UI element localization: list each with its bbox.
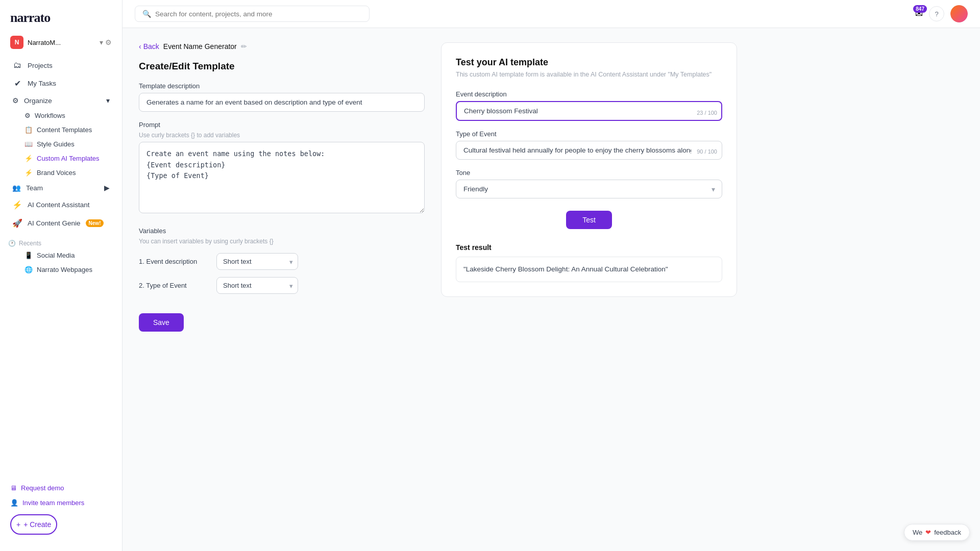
sidebar-sub-label: Brand Voices: [37, 169, 76, 177]
variables-section: Variables You can insert variables by us…: [139, 227, 425, 294]
save-button[interactable]: Save: [139, 313, 184, 332]
variable-2-select[interactable]: Short text Long text Number: [216, 277, 298, 294]
chevron-down-icon: ▾: [106, 96, 110, 105]
variable-row-2: 2. Type of Event Short text Long text Nu…: [139, 277, 425, 294]
request-demo-link[interactable]: 🖥 Request demo: [4, 481, 118, 495]
workspace-controls: ▾ ⚙: [100, 38, 112, 46]
notification-area[interactable]: ✉ 847: [915, 8, 923, 19]
template-description-group: Template description: [139, 82, 425, 112]
sidebar-sub-label: Workflows: [35, 112, 65, 119]
tone-select-wrap: Friendly Professional Casual Formal Humo…: [456, 180, 722, 198]
type-of-event-group: Type of Event 90 / 100: [456, 130, 722, 160]
invite-team-members-link[interactable]: 👤 Invite team members: [4, 495, 118, 510]
lightning-icon: ⚡: [24, 169, 33, 177]
breadcrumb: ‹ Back Event Name Generator ✏: [139, 42, 425, 51]
sidebar-item-projects[interactable]: 🗂 Projects: [4, 57, 118, 74]
sidebar-sub-label: Custom AI Templates: [37, 155, 100, 162]
tone-select[interactable]: Friendly Professional Casual Formal Humo…: [456, 180, 722, 198]
workspace-name: NarratoM...: [28, 39, 95, 46]
right-panel-subtitle: This custom AI template form is availabl…: [456, 71, 722, 78]
event-description-group: Event description 23 / 100: [456, 90, 722, 121]
sidebar-sub-label: Style Guides: [37, 140, 75, 148]
test-button[interactable]: Test: [566, 211, 612, 229]
settings-icon[interactable]: ⚙: [105, 38, 112, 46]
sidebar-item-my-tasks[interactable]: ✔ My Tasks: [4, 74, 118, 92]
add-user-icon: 👤: [10, 499, 18, 507]
type-of-event-input-wrap: 90 / 100: [456, 141, 722, 160]
section-title: Create/Edit Template: [139, 61, 425, 72]
rocket-icon: 🚀: [12, 218, 22, 228]
event-description-label: Event description: [456, 90, 722, 98]
sidebar-bottom: 🖥 Request demo 👤 Invite team members + +…: [0, 477, 122, 543]
main-nav: 🗂 Projects ✔ My Tasks ⚙ Organize ▾ ⚙ Wor…: [0, 56, 122, 233]
sidebar-item-content-templates[interactable]: 📋 Content Templates: [4, 123, 118, 137]
clock-icon: 🕐: [8, 240, 16, 247]
sidebar-sub-label: Social Media: [37, 252, 75, 259]
prompt-label: Prompt: [139, 121, 425, 129]
organize-icon: ⚙: [12, 96, 19, 105]
tasks-icon: ✔: [12, 79, 22, 88]
page-content: ‹ Back Event Name Generator ✏ Create/Edi…: [122, 28, 980, 551]
type-of-event-counter: 90 / 100: [697, 148, 717, 155]
team-label: Team: [26, 184, 43, 192]
topbar: 🔍 ✉ 847 ?: [122, 0, 980, 28]
team-icon: 👥: [12, 184, 21, 192]
variable-2-select-wrapper: Short text Long text Number: [216, 277, 298, 294]
test-result-box: "Lakeside Cherry Blossom Delight: An Ann…: [456, 257, 722, 282]
event-description-counter: 23 / 100: [697, 110, 717, 116]
back-button[interactable]: ‹ Back: [139, 42, 159, 51]
new-badge: New!: [86, 219, 104, 227]
lightning-icon: ⚡: [24, 155, 33, 162]
plus-icon: +: [16, 520, 20, 529]
sidebar-item-custom-ai-templates[interactable]: ⚡ Custom AI Templates: [4, 152, 118, 165]
variable-2-label: 2. Type of Event: [139, 282, 210, 289]
sidebar-item-ai-content-assistant[interactable]: ⚡ AI Content Assistant: [4, 196, 118, 214]
type-of-event-input[interactable]: [456, 141, 722, 160]
request-demo-label: Request demo: [21, 484, 64, 492]
search-bar[interactable]: 🔍: [135, 6, 370, 22]
feedback-button[interactable]: We ❤ feedback: [904, 524, 970, 541]
avatar-image: [950, 5, 968, 22]
app-logo: narrato: [10, 10, 50, 26]
logo-area: narrato: [0, 0, 122, 31]
prompt-group: Prompt Use curly brackets {} to add vari…: [139, 121, 425, 215]
sidebar-item-label: My Tasks: [28, 80, 56, 87]
webpages-icon: 🌐: [24, 266, 33, 273]
sidebar-item-brand-voices[interactable]: ⚡ Brand Voices: [4, 166, 118, 180]
sidebar-item-team[interactable]: 👥 Team ▶: [4, 180, 118, 195]
template-description-input[interactable]: [139, 93, 425, 112]
chevron-down-icon[interactable]: ▾: [100, 38, 103, 46]
help-button[interactable]: ?: [929, 6, 944, 21]
variables-hint: You can insert variables by using curly …: [139, 238, 425, 245]
recents-label: 🕐 Recents: [0, 237, 122, 248]
edit-icon[interactable]: ✏: [241, 42, 247, 51]
event-description-input-wrap: 23 / 100: [456, 101, 722, 121]
right-panel-title: Test your AI template: [456, 57, 722, 68]
sidebar-item-ai-content-genie[interactable]: 🚀 AI Content Genie New!: [4, 214, 118, 232]
variable-1-select-wrapper: Short text Long text Number: [216, 253, 298, 270]
tone-label: Tone: [456, 169, 722, 177]
sidebar-item-organize[interactable]: ⚙ Organize ▾: [4, 93, 118, 108]
sidebar-item-social-media[interactable]: 📱 Social Media: [4, 248, 118, 262]
main-area: 🔍 ✉ 847 ? ‹ Back Event Name Generator: [122, 0, 980, 551]
search-input[interactable]: [155, 10, 362, 18]
event-description-input[interactable]: [456, 101, 722, 121]
user-avatar[interactable]: [950, 5, 968, 22]
sidebar: narrato N NarratoM... ▾ ⚙ 🗂 Projects ✔ M…: [0, 0, 122, 551]
projects-icon: 🗂: [12, 61, 22, 70]
variable-1-select[interactable]: Short text Long text Number: [216, 253, 298, 270]
sidebar-item-style-guides[interactable]: 📖 Style Guides: [4, 137, 118, 151]
sidebar-item-label: AI Content Assistant: [28, 201, 90, 209]
chevron-left-icon: ‹: [139, 42, 141, 51]
workspace-avatar: N: [10, 36, 23, 49]
sidebar-item-narrato-webpages[interactable]: 🌐 Narrato Webpages: [4, 263, 118, 277]
left-panel: ‹ Back Event Name Generator ✏ Create/Edi…: [139, 42, 425, 537]
workspace-selector[interactable]: N NarratoM... ▾ ⚙: [4, 33, 118, 52]
prompt-hint: Use curly brackets {} to add variables: [139, 132, 425, 139]
variables-label: Variables: [139, 227, 425, 235]
sidebar-item-label: Projects: [28, 62, 53, 69]
sidebar-item-workflows[interactable]: ⚙ Workflows: [4, 109, 118, 122]
search-icon: 🔍: [142, 10, 151, 18]
prompt-textarea[interactable]: Create an event name using the notes bel…: [139, 142, 425, 213]
create-button[interactable]: + + Create: [10, 514, 57, 535]
